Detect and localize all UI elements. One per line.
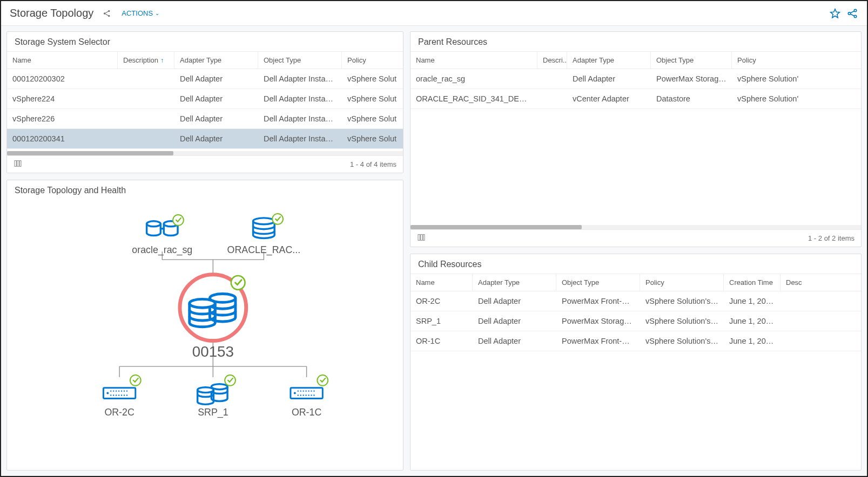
sort-asc-icon: ↑: [160, 57, 164, 64]
cell-obj: Dell Adapter Instance: [258, 109, 342, 128]
table-row[interactable]: vSphere226Dell AdapterDell Adapter Insta…: [7, 109, 403, 129]
cell-desc: [537, 69, 567, 88]
table-row[interactable]: OR-1CDell AdapterPowerMax Front-En...vSp…: [411, 331, 861, 351]
svg-rect-6: [15, 161, 16, 167]
cell-obj: PowerMax Storage ...: [556, 311, 640, 331]
svg-point-28: [110, 394, 111, 396]
cell-policy: vSphere Solut: [342, 129, 403, 148]
child-resources-panel: Child Resources Name Adapter Type Object…: [410, 254, 862, 471]
table-row[interactable]: ORACLE_RAC_SID_341_DEV_153vCenter Adapte…: [411, 89, 861, 109]
svg-text:00153: 00153: [192, 343, 234, 360]
col-name[interactable]: Name: [411, 52, 537, 69]
h-scrollbar[interactable]: [7, 151, 403, 155]
svg-point-46: [311, 390, 312, 391]
storage-topology-health-panel: Storage Topology and Health: [6, 180, 403, 471]
status-ok-icon: [272, 214, 283, 224]
right-column: Parent Resources Name Descri... Adapter …: [410, 31, 862, 471]
table-row[interactable]: 000120200302Dell AdapterDell Adapter Ins…: [7, 69, 403, 89]
svg-point-0: [104, 12, 105, 14]
panel-title: Parent Resources: [411, 32, 861, 51]
col-policy[interactable]: Policy: [640, 274, 724, 291]
svg-point-40: [294, 392, 296, 394]
svg-rect-58: [423, 235, 425, 241]
svg-point-27: [126, 390, 127, 391]
svg-point-50: [302, 394, 304, 396]
status-ok-icon: [225, 375, 235, 386]
topo-node-oracle-rac-datastore[interactable]: ORACLE_RAC...: [227, 214, 301, 256]
status-ok-icon: [173, 215, 184, 226]
selector-footer: 1 - 4 of 4 items: [7, 155, 403, 173]
cell-adapter: Dell Adapter: [174, 69, 258, 88]
col-adapter-type[interactable]: Adapter Type: [174, 52, 258, 69]
actions-dropdown[interactable]: ACTIONS ⌄: [122, 9, 159, 17]
svg-point-45: [308, 390, 309, 391]
col-object-type[interactable]: Object Type: [651, 52, 732, 69]
col-policy[interactable]: Policy: [732, 52, 861, 69]
col-name[interactable]: Name: [7, 52, 118, 69]
panel-title: Storage Topology and Health: [7, 180, 403, 200]
parent-header: Name Descri... Adapter Type Object Type …: [411, 51, 861, 69]
table-row[interactable]: 000120200341Dell AdapterDell Adapter Ins…: [7, 129, 403, 149]
cell-ctime: June 1, 2022...: [724, 291, 780, 311]
share-icon[interactable]: [102, 9, 112, 18]
svg-point-25: [121, 390, 122, 391]
table-row[interactable]: oracle_rac_sgDell AdapterPowerMax Storag…: [411, 69, 861, 89]
actions-label: ACTIONS: [122, 9, 153, 17]
star-icon[interactable]: [829, 8, 841, 19]
selector-count: 1 - 4 of 4 items: [350, 160, 396, 168]
cell-obj: PowerMax Storage ...: [651, 69, 732, 88]
svg-point-14: [253, 218, 275, 224]
cell-ctime: June 1, 2022...: [724, 311, 780, 331]
topo-node-oracle-rac-sg[interactable]: oracle_rac_sg: [132, 215, 192, 256]
table-row[interactable]: vSphere224Dell AdapterDell Adapter Insta…: [7, 89, 403, 109]
cell-policy: vSphere Solution's D...: [640, 311, 724, 331]
svg-rect-57: [421, 235, 422, 241]
topo-node-center[interactable]: 00153: [180, 275, 246, 360]
topo-node-srp-1[interactable]: SRP_1: [198, 375, 235, 418]
svg-point-43: [302, 390, 304, 391]
svg-point-51: [305, 394, 306, 396]
cell-desc: [780, 331, 861, 351]
share-icon-header[interactable]: [846, 8, 858, 19]
table-row[interactable]: OR-2CDell AdapterPowerMax Front-En...vSp…: [411, 291, 861, 311]
cell-name: vSphere224: [7, 89, 118, 108]
status-ok-icon: [231, 276, 245, 290]
col-creation-time[interactable]: Creation Time: [724, 274, 780, 291]
svg-point-32: [121, 394, 122, 396]
table-row[interactable]: SRP_1Dell AdapterPowerMax Storage ...vSp…: [411, 311, 861, 331]
col-description[interactable]: Description ↑: [118, 52, 174, 69]
cell-ctime: June 1, 2022...: [724, 331, 780, 351]
col-object-type[interactable]: Object Type: [556, 274, 640, 291]
cell-adapter: Dell Adapter: [174, 89, 258, 108]
col-name[interactable]: Name: [411, 274, 473, 291]
svg-rect-56: [418, 235, 420, 241]
svg-text:OR-2C: OR-2C: [104, 407, 134, 418]
cell-obj: PowerMax Front-En...: [556, 331, 640, 351]
col-adapter-type[interactable]: Adapter Type: [473, 274, 556, 291]
topo-node-or-2c[interactable]: OR-2C: [103, 375, 140, 418]
cell-name: vSphere226: [7, 109, 118, 128]
cell-obj: Datastore: [651, 89, 732, 108]
cell-adapter: Dell Adapter: [473, 311, 556, 331]
col-adapter-type[interactable]: Adapter Type: [567, 52, 651, 69]
topo-node-or-1c[interactable]: OR-1C: [291, 375, 328, 418]
columns-icon[interactable]: [14, 159, 22, 169]
svg-point-53: [311, 394, 312, 396]
svg-point-41: [298, 390, 299, 391]
svg-point-48: [298, 394, 299, 396]
parent-count: 1 - 2 of 2 items: [808, 234, 854, 242]
cell-policy: vSphere Solution': [732, 89, 861, 108]
columns-icon[interactable]: [417, 233, 426, 243]
cell-obj: Dell Adapter Instance: [258, 129, 342, 148]
cell-adapter: Dell Adapter: [567, 69, 651, 88]
panel-title: Child Resources: [411, 254, 861, 274]
cell-desc: [118, 89, 174, 108]
h-scrollbar[interactable]: [411, 225, 861, 229]
cell-policy: vSphere Solution's D...: [640, 291, 724, 311]
cell-policy: vSphere Solution': [732, 69, 861, 88]
col-policy[interactable]: Policy: [342, 52, 403, 69]
col-description[interactable]: Descri...: [537, 52, 567, 69]
col-object-type[interactable]: Object Type: [258, 52, 342, 69]
col-description[interactable]: Desc: [780, 274, 861, 291]
cell-desc: [118, 69, 174, 88]
